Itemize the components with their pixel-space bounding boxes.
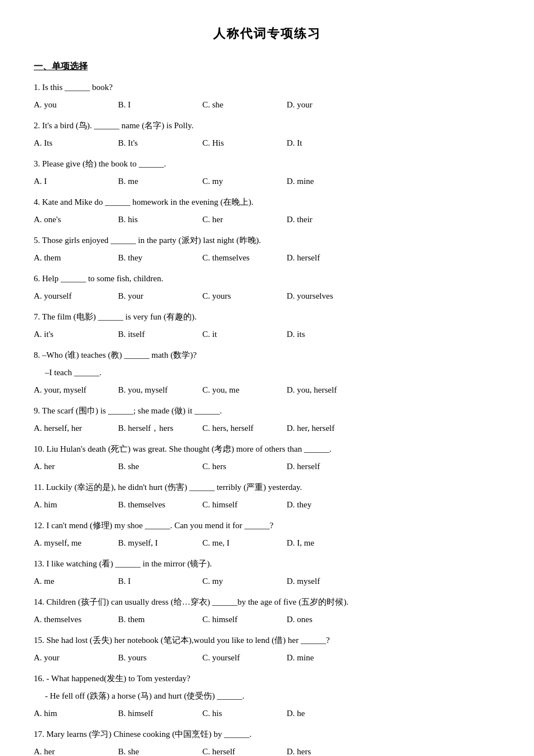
options-q11: A. himB. themselvesC. himselfD. they xyxy=(34,497,500,512)
option-q7-0: A. it's xyxy=(34,327,101,342)
option-q3-2: C. my xyxy=(202,174,270,189)
option-q6-3: D. yourselves xyxy=(287,289,354,304)
question-q3: 3. Please give (给) the book to ______. xyxy=(34,156,500,172)
question-q12: 12. I can't mend (修理) my shoe ______. Ca… xyxy=(34,518,500,533)
option-q12-3: D. I, me xyxy=(287,536,354,551)
options-q7: A. it'sB. itselfC. itD. its xyxy=(34,327,500,342)
options-q1: A. youB. IC. sheD. your xyxy=(34,97,500,112)
option-q10-2: C. hers xyxy=(202,459,270,474)
sub-question-q16: - He fell off (跌落) a horse (马) and hurt … xyxy=(45,688,500,704)
option-q6-0: A. yourself xyxy=(34,289,101,304)
question-q6: 6. Help ______ to some fish, children. xyxy=(34,271,500,286)
option-q12-0: A. myself, me xyxy=(34,536,101,551)
options-q5: A. themB. theyC. themselvesD. herself xyxy=(34,250,500,266)
options-q12: A. myself, meB. myself, IC. me, ID. I, m… xyxy=(34,536,500,551)
option-q14-3: D. ones xyxy=(287,612,354,627)
question-q7: 7. The film (电影) ______ is very fun (有趣的… xyxy=(34,309,500,325)
question-q9: 9. The scarf (围巾) is ______; she made (做… xyxy=(34,403,500,418)
option-q1-2: C. she xyxy=(202,97,270,112)
option-q9-3: D. her, herself xyxy=(287,421,354,436)
question-q5: 5. Those girls enjoyed ______ in the par… xyxy=(34,233,500,248)
options-q6: A. yourselfB. yourC. yoursD. yourselves xyxy=(34,289,500,304)
question-q15: 15. She had lost (丢失) her notebook (笔记本)… xyxy=(34,633,500,648)
option-q14-0: A. themselves xyxy=(34,612,101,627)
option-q17-0: A. her xyxy=(34,744,101,756)
option-q9-2: C. hers, herself xyxy=(202,421,270,436)
option-q10-0: A. her xyxy=(34,459,101,474)
option-q13-2: C. my xyxy=(202,574,270,589)
option-q2-3: D. It xyxy=(287,136,354,151)
option-q16-0: A. him xyxy=(34,706,101,721)
option-q6-2: C. yours xyxy=(202,289,270,304)
option-q4-0: A. one's xyxy=(34,212,101,227)
option-q2-0: A. Its xyxy=(34,136,101,151)
option-q11-0: A. him xyxy=(34,497,101,512)
option-q6-1: B. your xyxy=(118,289,185,304)
option-q5-2: C. themselves xyxy=(202,250,270,266)
question-q10: 10. Liu Hulan's death (死亡) was great. Sh… xyxy=(34,442,500,457)
option-q13-0: A. me xyxy=(34,574,101,589)
option-q8-1: B. you, myself xyxy=(118,382,185,398)
option-q7-2: C. it xyxy=(202,327,270,342)
option-q2-2: C. His xyxy=(202,136,270,151)
option-q7-3: D. its xyxy=(287,327,354,342)
option-q15-0: A. your xyxy=(34,650,101,665)
options-q4: A. one'sB. hisC. herD. their xyxy=(34,212,500,227)
options-q9: A. herself, herB. herself，hersC. hers, h… xyxy=(34,421,500,436)
option-q1-0: A. you xyxy=(34,97,101,112)
option-q3-1: B. me xyxy=(118,174,185,189)
option-q5-0: A. them xyxy=(34,250,101,266)
page-title: 人称代词专项练习 xyxy=(34,22,500,45)
option-q12-1: B. myself, I xyxy=(118,536,185,551)
options-q14: A. themselvesB. themC. himselfD. ones xyxy=(34,612,500,627)
option-q17-1: B. she xyxy=(118,744,185,756)
options-q13: A. meB. IC. myD. myself xyxy=(34,574,500,589)
options-q16: A. himB. himselfC. hisD. he xyxy=(34,706,500,721)
question-q17: 17. Mary learns (学习) Chinese cooking (中国… xyxy=(34,727,500,742)
option-q15-2: C. yourself xyxy=(202,650,270,665)
options-q2: A. ItsB. It'sC. HisD. It xyxy=(34,136,500,151)
option-q9-0: A. herself, her xyxy=(34,421,101,436)
option-q11-3: D. they xyxy=(287,497,354,512)
option-q5-1: B. they xyxy=(118,250,185,266)
options-q15: A. yourB. yoursC. yourselfD. mine xyxy=(34,650,500,665)
section-header: 一、单项选择 xyxy=(34,58,500,75)
options-q8: A. your, myselfB. you, myselfC. you, meD… xyxy=(34,382,500,398)
option-q11-1: B. themselves xyxy=(118,497,185,512)
question-q11: 11. Luckily (幸运的是), he didn't hurt (伤害) … xyxy=(34,480,500,495)
option-q13-1: B. I xyxy=(118,574,185,589)
option-q4-1: B. his xyxy=(118,212,185,227)
question-q4: 4. Kate and Mike do ______ homework in t… xyxy=(34,195,500,210)
option-q15-3: D. mine xyxy=(287,650,354,665)
option-q10-1: B. she xyxy=(118,459,185,474)
option-q12-2: C. me, I xyxy=(202,536,270,551)
options-q17: A. herB. sheC. herselfD. hers xyxy=(34,744,500,756)
option-q17-2: C. herself xyxy=(202,744,270,756)
option-q8-2: C. you, me xyxy=(202,382,270,398)
option-q10-3: D. herself xyxy=(287,459,354,474)
option-q2-1: B. It's xyxy=(118,136,185,151)
option-q13-3: D. myself xyxy=(287,574,354,589)
option-q15-1: B. yours xyxy=(118,650,185,665)
option-q16-2: C. his xyxy=(202,706,270,721)
option-q4-2: C. her xyxy=(202,212,270,227)
question-q1: 1. Is this ______ book? xyxy=(34,80,500,95)
option-q16-3: D. he xyxy=(287,706,354,721)
questions-container: 1. Is this ______ book?A. youB. IC. sheD… xyxy=(34,80,500,756)
question-q14: 14. Children (孩子们) can usually dress (给…… xyxy=(34,595,500,610)
option-q17-3: D. hers xyxy=(287,744,354,756)
sub-question-q8: –I teach ______. xyxy=(45,365,500,380)
option-q4-3: D. their xyxy=(287,212,354,227)
option-q11-2: C. himself xyxy=(202,497,270,512)
question-q16: 16. - What happened(发生) to Tom yesterday… xyxy=(34,671,500,686)
question-q2: 2. It's a bird (鸟). ______ name (名字) is … xyxy=(34,118,500,133)
option-q5-3: D. herself xyxy=(287,250,354,266)
option-q3-0: A. I xyxy=(34,174,101,189)
option-q8-0: A. your, myself xyxy=(34,382,101,398)
option-q14-1: B. them xyxy=(118,612,185,627)
option-q3-3: D. mine xyxy=(287,174,354,189)
options-q10: A. herB. sheC. hersD. herself xyxy=(34,459,500,474)
option-q16-1: B. himself xyxy=(118,706,185,721)
option-q9-1: B. herself，hers xyxy=(118,421,185,436)
option-q8-3: D. you, herself xyxy=(287,382,354,398)
